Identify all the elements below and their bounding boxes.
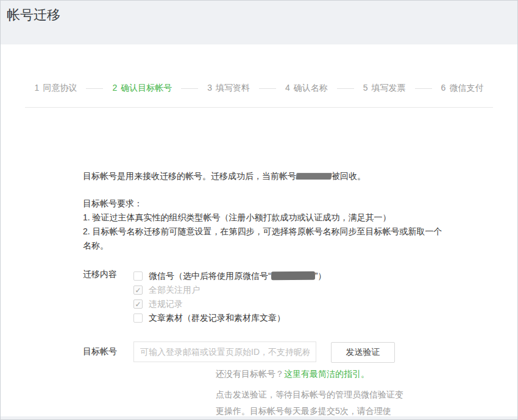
article-material-checkbox[interactable] [133, 313, 143, 323]
step-divider-dash [86, 88, 103, 89]
migrate-content-options: 微信号（选中后将使用原微信号“”） 全部关注用户 违规记录 文章素材（群发记录和… [133, 269, 326, 325]
checkbox-row-article-material: 文章素材（群发记录和素材库文章） [133, 311, 326, 325]
wechat-id-label-before: 微信号（选中后将使用原微信号“ [149, 271, 271, 281]
main-content: 目标帐号是用来接收迁移的帐号。迁移成功后，当前帐号被回收。 目标帐号要求： 1.… [83, 170, 449, 420]
step-number: 4 [285, 83, 290, 93]
wechat-id-label-after: ”） [315, 271, 327, 281]
help-question: 还没有目标帐号？ [216, 369, 284, 379]
checkbox-row-all-followers: 全部关注用户 [133, 283, 326, 297]
checkbox-row-violation-records: 违规记录 [133, 297, 326, 311]
step-divider-dash [337, 88, 354, 89]
migrate-content-label: 迁移内容 [83, 269, 133, 325]
all-followers-label: 全部关注用户 [149, 285, 200, 296]
checkbox-row-wechat-id: 微信号（选中后将使用原微信号“”） [133, 269, 326, 283]
steps-bottom-divider [25, 107, 493, 108]
target-account-row: 目标帐号 发送验证 [83, 341, 449, 363]
requirements-title: 目标帐号要求： [83, 197, 449, 211]
guide-link[interactable]: 这里有最简洁的指引。 [284, 369, 369, 379]
all-followers-checkbox [133, 285, 143, 295]
wechat-id-checkbox[interactable] [133, 271, 143, 281]
step-3-fill-info: 3填写资料 [207, 83, 250, 94]
help-question-line: 还没有目标帐号？这里有最简洁的指引。 [216, 369, 449, 380]
step-6-wechat-pay: 6微信支付 [441, 83, 484, 94]
migrate-content-row: 迁移内容 微信号（选中后将使用原微信号“”） 全部关注用户 违规记录 [83, 269, 449, 325]
step-number: 3 [207, 83, 212, 93]
article-material-label: 文章素材（群发记录和素材库文章） [149, 313, 285, 324]
violation-records-checkbox [133, 299, 143, 309]
step-5-invoice: 5填写发票 [363, 83, 406, 94]
intro-text-after: 被回收。 [332, 171, 366, 181]
step-label: 填写发票 [372, 83, 406, 93]
step-number: 6 [441, 83, 446, 93]
step-label: 填写资料 [216, 83, 250, 93]
target-account-label: 目标帐号 [83, 341, 133, 363]
step-2-confirm-target-account: 2确认目标帐号 [112, 83, 172, 94]
step-label: 微信支付 [449, 83, 483, 93]
intro-text-before: 目标帐号是用来接收迁移的帐号。迁移成功后，当前帐号 [83, 171, 296, 181]
help-area: 还没有目标帐号？这里有最简洁的指引。 点击发送验证，等待目标帐号的管理员微信验证… [216, 369, 449, 420]
page-header: 帐号迁移 [1, 1, 517, 44]
step-indicator: 1同意协议 2确认目标帐号 3填写资料 4确认名称 5填写发票 6微信支付 [1, 44, 517, 94]
content-panel: 1同意协议 2确认目标帐号 3填写资料 4确认名称 5填写发票 6微信支付 [1, 44, 517, 416]
step-label: 确认目标帐号 [121, 83, 172, 93]
step-4-confirm-name: 4确认名称 [285, 83, 328, 94]
step-1-agree: 1同意协议 [35, 83, 77, 94]
step-divider-dash [259, 88, 276, 89]
help-note: 点击发送验证，等待目标帐号的管理员微信验证变更操作。目标帐号每天最多提交5次，请… [216, 387, 403, 420]
violation-records-label: 违规记录 [149, 299, 183, 310]
page-title: 帐号迁移 [1, 1, 517, 24]
wechat-id-label: 微信号（选中后将使用原微信号“”） [149, 271, 326, 282]
intro-paragraph: 目标帐号是用来接收迁移的帐号。迁移成功后，当前帐号被回收。 [83, 170, 449, 182]
target-account-input[interactable] [133, 341, 316, 362]
requirement-item-1: 1. 验证过主体真实性的组织类型帐号（注册小额打款成功或认证成功，满足其一） [83, 211, 449, 225]
step-number: 2 [112, 83, 117, 93]
step-divider-dash [181, 88, 198, 89]
step-number: 1 [35, 83, 40, 93]
target-account-controls: 发送验证 [133, 341, 395, 363]
step-number: 5 [363, 83, 368, 93]
requirement-item-2: 2. 目标帐号名称迁移前可随意设置，在第四步，可选择将原帐号名称同步至目标帐号或… [83, 225, 449, 253]
step-label: 同意协议 [43, 83, 77, 93]
redacted-current-account-name [296, 173, 332, 180]
step-divider-dash [415, 88, 432, 89]
send-verification-button[interactable]: 发送验证 [331, 342, 395, 363]
redacted-wechat-id [271, 271, 315, 280]
step-label: 确认名称 [294, 83, 328, 93]
account-migration-page: 帐号迁移 1同意协议 2确认目标帐号 3填写资料 4确认名称 5填写发票 [0, 0, 518, 420]
